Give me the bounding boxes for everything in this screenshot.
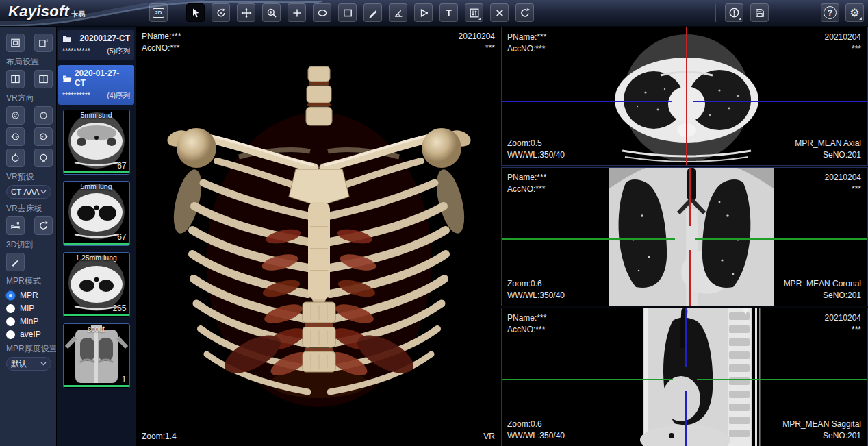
- accession-number: AccNO:***: [142, 42, 181, 54]
- viewport-coronal[interactable]: PName:*** AccNO:*** 20210204 *** Zoom:0.…: [501, 167, 868, 306]
- study-series-count: (4)序列: [107, 91, 130, 101]
- mpr-thickness-select[interactable]: 默认: [6, 357, 51, 371]
- sagittal-overlay-top-left: PName:*** AccNO:***: [507, 312, 546, 336]
- toolbar-separator: [715, 4, 716, 22]
- vr-overlay-top-left: PName:*** AccNO:***: [142, 31, 181, 54]
- toolbar-separator: [177, 4, 177, 22]
- vr-view-left-button[interactable]: [6, 127, 25, 146]
- thumbnail-progress-bar: [64, 171, 129, 173]
- sagittal-crosshair-vertical-top[interactable]: [685, 308, 687, 367]
- text-annotation-button[interactable]: T: [439, 3, 458, 22]
- reset-view-button[interactable]: [515, 3, 534, 22]
- angle-tool-button[interactable]: [389, 3, 407, 22]
- layout-mpr-button[interactable]: [6, 34, 25, 52]
- series-thumbnail-5mm-lung[interactable]: 5mm lung 67: [63, 181, 130, 246]
- window-level-button[interactable]: [465, 3, 483, 22]
- study-patient-masked: **********: [62, 47, 90, 56]
- thumbnail-scout-image: [64, 324, 129, 388]
- study-item-2-selected[interactable]: 2020-01-27-CT ********** (4)序列: [58, 65, 134, 105]
- prompt-info-button[interactable]: [725, 3, 743, 22]
- app-logo-text: Kayisoft: [8, 3, 69, 21]
- ellipse-roi-button[interactable]: [313, 3, 331, 22]
- axial-crosshair-horizontal-left[interactable]: [502, 101, 672, 102]
- study-item-1[interactable]: 20200127-CT ********** (5)序列: [58, 30, 134, 60]
- cobb-angle-tool-button[interactable]: [414, 3, 433, 22]
- chevron-down-icon: [40, 362, 47, 366]
- vr-view-inferior-button[interactable]: [34, 149, 53, 167]
- window-level-readout: WW/WL:350/40: [507, 290, 565, 301]
- mpr-thickness-value: 默认: [11, 359, 27, 369]
- zoom-tool-button[interactable]: [262, 3, 281, 22]
- save-button[interactable]: [750, 3, 769, 22]
- coronal-crosshair-vertical-top[interactable]: [689, 168, 691, 226]
- layout-swap-icon: [38, 38, 49, 48]
- axial-crosshair-horizontal-right[interactable]: [693, 101, 867, 102]
- sagittal-crosshair-vertical-bottom[interactable]: [685, 391, 687, 446]
- cut-3d-button[interactable]: [6, 253, 25, 271]
- layout-section-label: 布局设置: [6, 56, 56, 68]
- bed-remove-icon: [10, 221, 21, 231]
- delete-annotation-button[interactable]: [490, 3, 509, 22]
- vr-preset-select[interactable]: CT-AAA: [6, 185, 51, 199]
- series-number: SeNO:201: [782, 430, 861, 442]
- series-number: SeNO:201: [795, 149, 861, 161]
- vr-zoom-readout: Zoom:1.4: [142, 431, 177, 443]
- viewport-sagittal[interactable]: PName:*** AccNO:*** 20210204 *** Zoom:0.…: [501, 308, 868, 446]
- grid-1-2-icon: [38, 74, 49, 84]
- radio-selected-icon: [6, 291, 15, 300]
- viewport-vr[interactable]: PName:*** AccNO:*** 20210204 *** Zoom:1.…: [136, 27, 501, 446]
- patient-name: PName:***: [507, 312, 546, 324]
- crosshair-icon: [292, 8, 303, 18]
- vr-view-right-button[interactable]: [34, 127, 53, 146]
- sagittal-overlay-top-right: 20210204 ***: [825, 312, 861, 336]
- series-thumbnail-5mm-stnd[interactable]: 5mm stnd 67: [63, 110, 130, 175]
- vr-view-superior-button[interactable]: [6, 149, 25, 167]
- study-date: 20210204: [825, 312, 861, 324]
- series-thumbnail-125mm-lung[interactable]: 1.25mm lung 265: [63, 252, 130, 317]
- length-measure-button[interactable]: [363, 3, 382, 22]
- remove-bed-button[interactable]: [6, 216, 25, 235]
- rotate-3d-icon: [216, 8, 227, 18]
- mpr-mode-radio-aveip[interactable]: aveIP: [6, 330, 56, 339]
- coronal-crosshair-horizontal-left[interactable]: [502, 238, 675, 240]
- mpr-mode-radio-mpr[interactable]: MPR: [6, 290, 56, 300]
- tool-sidebar: 布局设置 VR方向: [0, 27, 56, 446]
- vr-bed-section-label: VR去床板: [6, 203, 56, 214]
- bed-reset-button[interactable]: [34, 216, 53, 235]
- radio-icon: [6, 304, 15, 313]
- view-2d-button[interactable]: 2D: [149, 3, 168, 22]
- cobb-angle-icon: [418, 8, 429, 18]
- mpr-column: PName:*** AccNO:*** 20210204 *** Zoom:0.…: [501, 27, 868, 446]
- head-bottom-icon: [38, 153, 49, 163]
- rectangle-roi-button[interactable]: [338, 3, 357, 22]
- vr-view-anterior-button[interactable]: [6, 106, 25, 125]
- coronal-crosshair-horizontal-right[interactable]: [695, 238, 867, 240]
- mpr-mode-radio-mip[interactable]: MIP: [6, 303, 56, 313]
- axial-crosshair-vertical[interactable]: [686, 27, 687, 165]
- sagittal-crosshair-horizontal-left[interactable]: [502, 379, 673, 380]
- window-level-icon: [469, 8, 480, 18]
- coronal-overlay-bottom-left: Zoom:0.6 WW/WL:350/40: [507, 278, 565, 301]
- coronal-crosshair-vertical-bottom[interactable]: [689, 250, 691, 306]
- help-icon: ?: [824, 6, 837, 19]
- crosshair-tool-button[interactable]: [288, 3, 306, 22]
- help-button[interactable]: ?: [821, 3, 839, 22]
- vr-preset-value: CT-AAA: [11, 188, 40, 196]
- settings-button[interactable]: ⚙: [845, 3, 864, 22]
- layout-swap-button[interactable]: [34, 34, 53, 52]
- rectangle-icon: [342, 8, 353, 18]
- radio-label: MIP: [20, 303, 34, 313]
- vr-view-posterior-button[interactable]: [34, 106, 53, 125]
- viewport-axial[interactable]: PName:*** AccNO:*** 20210204 *** Zoom:0.…: [501, 27, 868, 166]
- accession-number: AccNO:***: [507, 43, 546, 55]
- mpr-mode-radio-minp[interactable]: MinP: [6, 317, 56, 326]
- grid-1-2-layout-button[interactable]: [34, 70, 53, 88]
- series-thumbnail-scout[interactable]: scout 1: [63, 323, 130, 388]
- sagittal-crosshair-horizontal-right[interactable]: [697, 379, 867, 380]
- rotate-3d-tool-button[interactable]: [212, 3, 230, 22]
- grid-2x2-layout-button[interactable]: [6, 70, 25, 88]
- radio-icon: [6, 330, 15, 339]
- pointer-tool-button[interactable]: [186, 3, 205, 22]
- zoom-readout: Zoom:0.6: [507, 278, 565, 290]
- pan-tool-button[interactable]: [237, 3, 255, 22]
